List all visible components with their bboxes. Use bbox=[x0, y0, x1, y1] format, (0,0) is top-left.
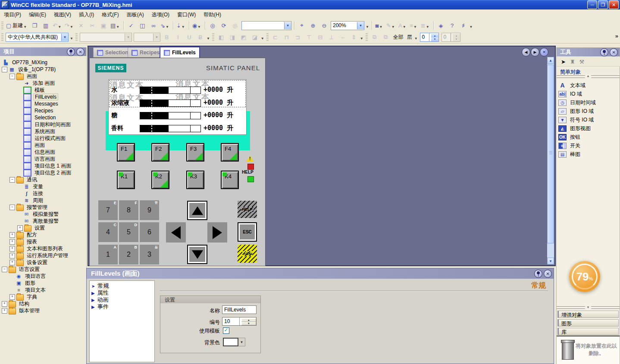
tree-item-信息画面[interactable]: 信息画面 bbox=[17, 149, 56, 156]
chevron-down-icon[interactable]: ▼ bbox=[357, 22, 364, 29]
dropdown-arrow-icon[interactable]: ▼ bbox=[366, 25, 369, 29]
check-consistency-button[interactable]: ✓ bbox=[125, 21, 137, 30]
tool-item-symbolic-io-field[interactable]: ▼符号 IO 域 bbox=[558, 116, 594, 124]
device-key-arrow-left[interactable] bbox=[166, 222, 186, 243]
device-key-4[interactable]: 4C bbox=[98, 222, 118, 242]
tree-item-画面[interactable]: 画面 bbox=[17, 142, 46, 149]
toolbar-overflow-chevron[interactable]: » bbox=[615, 33, 618, 39]
tree-item-运行模式画面[interactable]: 运行模式画面 bbox=[17, 135, 67, 142]
tab-Selection[interactable]: Selection bbox=[93, 47, 132, 57]
toolbar-grip[interactable] bbox=[212, 33, 214, 41]
tree-expander-icon[interactable]: + bbox=[2, 308, 7, 314]
tree-expander-icon[interactable]: − bbox=[9, 74, 15, 79]
dropdown-arrow-icon[interactable]: ▼ bbox=[182, 25, 185, 29]
properties-nav-常规[interactable]: ➤常规 bbox=[91, 283, 109, 289]
menu-item-0[interactable]: 项目(P) bbox=[0, 10, 25, 20]
language-combo[interactable]: 中文(中华人民共和国)▼ bbox=[6, 33, 69, 42]
spin-down-icon[interactable]: ▼ bbox=[241, 322, 257, 325]
tool-item-switch[interactable]: 0|开关 bbox=[558, 142, 580, 149]
transfer-button[interactable]: ⇘▼ bbox=[159, 21, 171, 30]
menu-item-6[interactable]: 选项(O) bbox=[148, 10, 173, 20]
tab-FillLevels[interactable]: FillLevels bbox=[160, 47, 200, 58]
device-key-F3[interactable]: F3 bbox=[186, 143, 204, 162]
dropdown-arrow-icon[interactable]: ▼ bbox=[261, 37, 264, 40]
device-key-7[interactable]: 7E bbox=[98, 200, 118, 220]
tab-scroll-right-icon[interactable]: ▶ bbox=[531, 48, 539, 56]
tool-item-bar-graph[interactable]: ▤棒图 bbox=[558, 150, 580, 158]
device-key-ESC[interactable]: ESC bbox=[238, 222, 257, 242]
tool-item-graphic-view[interactable]: ◭图形视图 bbox=[558, 124, 591, 132]
dropdown-arrow-icon[interactable]: ▼ bbox=[70, 37, 73, 40]
generate-button[interactable]: ◫ bbox=[137, 21, 148, 30]
tree-expander-icon[interactable]: − bbox=[9, 205, 15, 210]
tree-item-Messages[interactable]: Messages bbox=[17, 100, 59, 107]
restore-button[interactable]: ❐ bbox=[598, 0, 608, 9]
search-help-button[interactable]: ҂ bbox=[458, 21, 469, 30]
device-key-K1[interactable]: K1 bbox=[117, 171, 135, 189]
find-next-button[interactable]: ◎ bbox=[207, 21, 218, 30]
dropdown-arrow-icon[interactable]: ▼ bbox=[166, 25, 169, 29]
fill-level-bar[interactable] bbox=[140, 125, 201, 132]
device-key-F1[interactable]: F1 bbox=[117, 143, 135, 162]
stamp-tool-icon[interactable]: ♜ bbox=[570, 59, 575, 65]
device-key-8[interactable]: 8F bbox=[119, 200, 138, 220]
tree-expander-icon[interactable]: − bbox=[2, 67, 7, 72]
tree-item-项目文本[interactable]: ≡项目文本 bbox=[9, 286, 47, 293]
sort-button[interactable]: ⇣▼ bbox=[175, 21, 187, 30]
tree-item-版本管理[interactable]: +版本管理 bbox=[2, 307, 41, 314]
section-bar-图形[interactable]: 图形 bbox=[557, 319, 619, 327]
tree-expander-icon[interactable]: − bbox=[9, 177, 15, 183]
spin-up-icon[interactable]: ▲ bbox=[241, 318, 257, 322]
tree-expander-icon[interactable]: + bbox=[9, 253, 15, 258]
chevron-down-icon[interactable]: ▼ bbox=[61, 34, 68, 41]
properties-nav-属性[interactable]: ▶属性 bbox=[91, 289, 109, 296]
spin-down-icon[interactable]: ▼ bbox=[431, 37, 438, 41]
fill-level-value[interactable]: +0000 升 bbox=[204, 124, 233, 132]
tab-close-icon[interactable]: ✕ bbox=[540, 48, 548, 56]
tree-item-周期[interactable]: ≋周期 bbox=[17, 197, 44, 204]
dropdown-arrow-icon[interactable]: ▼ bbox=[360, 37, 363, 40]
dropdown-arrow-icon[interactable]: ▼ bbox=[379, 25, 382, 29]
find-objects-button[interactable]: ◉▼ bbox=[191, 21, 203, 30]
tree-item-OP77B_MiXing[interactable]: ▙OP77B_MiXing bbox=[3, 59, 49, 66]
sync-button[interactable]: ⟳ bbox=[218, 21, 229, 30]
device-key-arrow-right[interactable] bbox=[207, 222, 227, 243]
pin-icon[interactable] bbox=[600, 48, 608, 56]
fill-level-value[interactable]: +0000 升 bbox=[204, 86, 233, 94]
tree-item-日期和时间画面[interactable]: 日期和时间画面 bbox=[17, 121, 72, 128]
device-key-F4[interactable]: F4 bbox=[221, 143, 239, 162]
tool-item-io-field[interactable]: ab|IO 域 bbox=[558, 90, 582, 98]
ingredient-label[interactable]: 糖 bbox=[111, 112, 117, 119]
spinner-arrows[interactable]: ▲▼ bbox=[429, 33, 438, 41]
toolbar-grip[interactable] bbox=[1, 33, 3, 41]
ingredient-label[interactable]: 浓缩液 bbox=[111, 99, 129, 107]
scroll-up-icon[interactable]: ▲ bbox=[547, 57, 554, 64]
ingredient-label[interactable]: 香料 bbox=[111, 124, 123, 132]
pin-icon[interactable] bbox=[534, 270, 542, 278]
paste-button[interactable]: ▤▼ bbox=[109, 21, 122, 30]
menu-item-2[interactable]: 视图(V) bbox=[50, 10, 75, 20]
tree-expander-icon[interactable]: + bbox=[9, 239, 15, 245]
chevron-down-icon[interactable]: ▼ bbox=[284, 22, 291, 29]
zoom-area-button[interactable]: ⌖ bbox=[296, 21, 307, 30]
tree-item-添加 画面[interactable]: ➜添加 画面 bbox=[17, 80, 56, 87]
tree-item-项目信息 2 画面[interactable]: 项目信息 2 画面 bbox=[17, 169, 72, 176]
number-stepper[interactable]: 10 ▲▼ bbox=[222, 317, 257, 326]
runtime-goggles-button[interactable]: ∞ bbox=[148, 21, 159, 30]
device-key-arrow-up[interactable] bbox=[187, 201, 207, 220]
menu-item-4[interactable]: 格式(F) bbox=[98, 10, 122, 20]
tab-Recipes[interactable]: Recipes bbox=[128, 47, 163, 57]
tree-item-通讯[interactable]: −通讯 bbox=[9, 176, 38, 183]
find-combo[interactable]: ▼ bbox=[241, 21, 291, 30]
fill-level-bar[interactable] bbox=[140, 100, 201, 107]
tree-item-文本和图形列表[interactable]: +文本和图形列表 bbox=[9, 245, 64, 252]
device-key-1[interactable]: 1A bbox=[98, 245, 118, 264]
device-key-K3[interactable]: K3 bbox=[186, 171, 204, 189]
dropdown-arrow-icon[interactable]: ▼ bbox=[470, 25, 473, 29]
close-button[interactable]: ✕ bbox=[609, 0, 619, 9]
zoom-out-button[interactable]: ⊖ bbox=[319, 21, 330, 30]
device-key-arrow-down[interactable] bbox=[187, 245, 207, 264]
tree-expander-icon[interactable]: + bbox=[9, 232, 15, 238]
minimize-button[interactable]: ─ bbox=[587, 0, 597, 9]
device-key-ACK[interactable]: ACK bbox=[238, 245, 257, 263]
